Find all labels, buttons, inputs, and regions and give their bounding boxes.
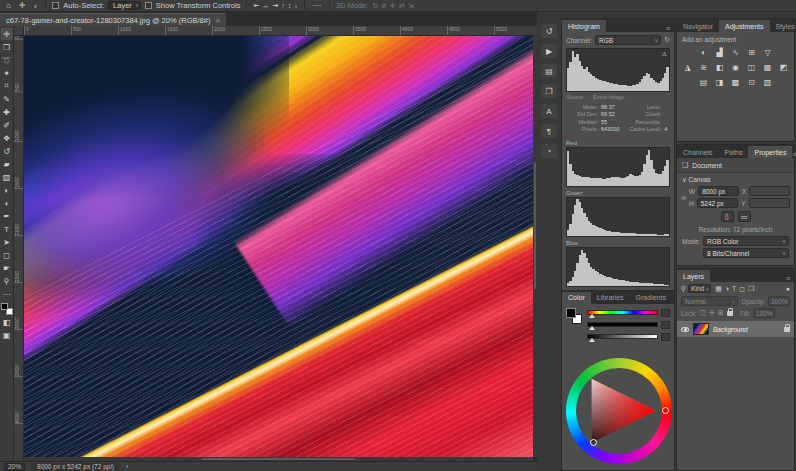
dodge-tool[interactable]: ◖ bbox=[1, 197, 13, 209]
screen-mode-icon[interactable]: ▣ bbox=[1, 329, 13, 341]
filter-pixel-icon[interactable]: ▦ bbox=[715, 285, 722, 293]
tab-channels[interactable]: Channels bbox=[677, 146, 719, 158]
auto-select-dropdown[interactable]: Layer bbox=[108, 1, 141, 10]
gradient-map-icon[interactable]: ▩ bbox=[730, 77, 742, 88]
paragraph-icon[interactable]: ¶ bbox=[541, 124, 557, 138]
path-selection-tool[interactable]: ➤ bbox=[1, 236, 13, 248]
eyedropper-tool[interactable]: ✎ bbox=[1, 93, 13, 105]
tab-gradients[interactable]: Gradients bbox=[630, 292, 672, 304]
panel-menu-icon[interactable]: ≡ bbox=[786, 275, 794, 282]
object-selection-tool[interactable]: ✦ bbox=[1, 67, 13, 79]
gradient-tool[interactable]: ▨ bbox=[1, 171, 13, 183]
align-left-icon[interactable]: ⇤ bbox=[253, 2, 259, 10]
lock-all-icon[interactable] bbox=[727, 311, 733, 316]
canvas-image[interactable] bbox=[24, 36, 533, 457]
character-icon[interactable]: A bbox=[541, 104, 557, 118]
home-icon[interactable]: ⌂ bbox=[4, 1, 13, 10]
tab-styles[interactable]: Styles bbox=[770, 20, 796, 32]
threshold-icon[interactable]: ◨ bbox=[714, 77, 726, 88]
brightness-slider[interactable] bbox=[587, 334, 658, 339]
foreground-color-swatch[interactable] bbox=[1, 303, 8, 310]
clone-stamp-tool[interactable]: ❖ bbox=[1, 132, 13, 144]
levels-icon[interactable]: ▟ bbox=[714, 47, 726, 58]
brightness-value-field[interactable] bbox=[661, 333, 670, 341]
zoom-level-field[interactable]: 20% bbox=[4, 463, 25, 471]
brush-settings-icon[interactable]: ▤ bbox=[541, 64, 557, 78]
orientation-portrait-button[interactable]: ▯ bbox=[721, 211, 734, 222]
layer-thumbnail[interactable] bbox=[693, 323, 709, 335]
foreground-color-swatch[interactable] bbox=[566, 308, 576, 318]
layer-lock-icon[interactable] bbox=[784, 327, 790, 332]
tab-histogram[interactable]: Histogram bbox=[562, 20, 606, 32]
color-swatches[interactable] bbox=[1, 303, 13, 315]
vibrance-icon[interactable]: ▽ bbox=[762, 47, 774, 58]
filter-toggle-icon[interactable]: ● bbox=[786, 285, 790, 292]
hue-cursor[interactable] bbox=[662, 407, 669, 414]
shape-tool[interactable]: ◻ bbox=[1, 249, 13, 261]
channel-mixer-icon[interactable]: ◫ bbox=[746, 62, 758, 73]
selective-color-icon[interactable]: ⊡ bbox=[746, 77, 758, 88]
lock-transparency-icon[interactable]: ◫ bbox=[700, 309, 707, 317]
crop-tool[interactable]: ⌗ bbox=[1, 80, 13, 92]
ruler-horizontal[interactable]: 0500100015002000250030003500400045005000 bbox=[24, 26, 537, 36]
saturation-slider[interactable] bbox=[587, 322, 658, 327]
brush-tool[interactable]: ✐ bbox=[1, 119, 13, 131]
align-right-icon[interactable]: ⇥ bbox=[272, 2, 278, 10]
filter-smart-icon[interactable]: ❐ bbox=[748, 285, 754, 293]
hue-saturation-icon[interactable]: ◮ bbox=[682, 62, 694, 73]
panel-color-swatches[interactable] bbox=[566, 308, 582, 324]
brightness-contrast-icon[interactable]: ◐ bbox=[698, 47, 710, 58]
layer-visibility-icon[interactable] bbox=[681, 327, 689, 332]
source-value[interactable]: Entire Image bbox=[593, 94, 624, 100]
hue-value-field[interactable] bbox=[661, 309, 670, 317]
pen-tool[interactable]: ✒ bbox=[1, 210, 13, 222]
filter-adjustment-icon[interactable]: ◑ bbox=[725, 285, 729, 293]
align-bottom-icon[interactable]: ↓ bbox=[294, 2, 298, 10]
tool-preset-caret-icon[interactable]: ∨ bbox=[32, 3, 40, 9]
panel-menu-icon[interactable]: ≡ bbox=[792, 151, 796, 158]
opacity-field[interactable]: 100% bbox=[768, 296, 790, 306]
color-balance-icon[interactable]: ≋ bbox=[698, 62, 710, 73]
type-tool[interactable]: T bbox=[1, 223, 13, 235]
show-transform-checkbox[interactable] bbox=[145, 2, 152, 9]
posterize-icon[interactable]: ▤ bbox=[698, 77, 710, 88]
lasso-tool[interactable]: ➰ bbox=[1, 54, 13, 66]
sb-cursor[interactable] bbox=[590, 439, 597, 446]
width-field[interactable]: 8000 px bbox=[698, 186, 739, 196]
edit-toolbar[interactable]: ⋯ bbox=[1, 288, 13, 300]
move-tool-icon[interactable]: ✛ bbox=[17, 1, 28, 10]
exposure-icon[interactable]: ⊞ bbox=[746, 47, 758, 58]
refresh-histogram-icon[interactable]: ↻ bbox=[664, 36, 670, 44]
tab-navigator[interactable]: Navigator bbox=[677, 20, 719, 32]
align-top-icon[interactable]: ↑ bbox=[281, 2, 285, 10]
eraser-tool[interactable]: ▰ bbox=[1, 158, 13, 170]
status-chevron-icon[interactable]: › bbox=[126, 463, 128, 470]
black-white-icon[interactable]: ◧ bbox=[714, 62, 726, 73]
actions-icon[interactable]: ▶ bbox=[541, 44, 557, 58]
color-mode-dropdown[interactable]: RGB Color bbox=[703, 236, 789, 246]
search-icon[interactable]: ⚲ bbox=[681, 285, 686, 293]
close-tab-icon[interactable]: × bbox=[215, 16, 220, 25]
lock-pixels-icon[interactable]: ✛ bbox=[709, 309, 715, 317]
link-dimensions-icon[interactable]: ∞ bbox=[681, 194, 686, 201]
timeline-icon[interactable]: ◔ bbox=[541, 144, 557, 158]
orientation-landscape-button[interactable]: ▭ bbox=[738, 211, 751, 222]
bit-depth-dropdown[interactable]: 8 Bits/Channel bbox=[703, 248, 789, 258]
saturation-value-field[interactable] bbox=[661, 321, 670, 329]
hand-tool[interactable]: ☛ bbox=[1, 262, 13, 274]
filter-kind-dropdown[interactable]: Kind bbox=[688, 284, 711, 293]
move-tool[interactable]: ✛ bbox=[1, 28, 13, 40]
tab-layers[interactable]: Layers bbox=[677, 270, 710, 282]
lock-position-icon[interactable]: ⊞ bbox=[718, 309, 724, 317]
color-lookup-icon[interactable]: ▦ bbox=[762, 62, 774, 73]
curves-icon[interactable]: ∿ bbox=[730, 47, 742, 58]
healing-brush-tool[interactable]: ✚ bbox=[1, 106, 13, 118]
history-brush-tool[interactable]: ↺ bbox=[1, 145, 13, 157]
blur-tool[interactable]: ◗ bbox=[1, 184, 13, 196]
canvas-section-header[interactable]: ∨ Canvas bbox=[677, 173, 794, 185]
document-tab[interactable]: c67-78-gamer-and-creator-1280307384.jpg … bbox=[0, 13, 226, 26]
clone-source-icon[interactable]: ❐ bbox=[541, 84, 557, 98]
marquee-tool[interactable]: ❒ bbox=[1, 41, 13, 53]
panel-menu-icon[interactable]: ≡ bbox=[666, 25, 674, 32]
photo-filter-icon[interactable]: ◉ bbox=[730, 62, 742, 73]
